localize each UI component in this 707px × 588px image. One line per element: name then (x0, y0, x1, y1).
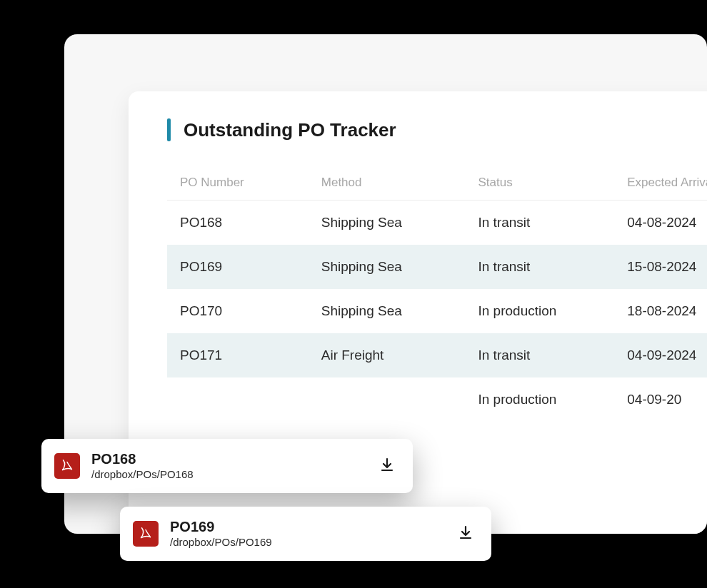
download-icon (457, 524, 474, 544)
col-header-po: PO Number (167, 176, 309, 201)
cell-status: In transit (466, 201, 615, 245)
cell-expected: 04-09-20 (614, 377, 707, 422)
cell-status: In transit (466, 333, 615, 377)
cell-method: Shipping Sea (309, 245, 466, 289)
cell-method (309, 377, 466, 422)
cell-status: In production (466, 289, 615, 333)
cell-po (167, 377, 309, 422)
download-button[interactable] (377, 456, 397, 476)
pdf-icon (133, 521, 159, 547)
file-card[interactable]: PO168 /dropbox/POs/PO168 (41, 439, 413, 493)
table-row[interactable]: PO169 Shipping Sea In transit 15-08-2024 (167, 245, 707, 289)
cell-method: Air Freight (309, 333, 466, 377)
cell-po: PO170 (167, 289, 309, 333)
cell-po: PO168 (167, 201, 309, 245)
po-table: PO Number Method Status Expected Arrival… (167, 176, 707, 422)
cell-expected: 15-08-2024 (614, 245, 707, 289)
file-text: PO168 /dropbox/POs/PO168 (91, 450, 377, 482)
cell-expected: 18-08-2024 (614, 289, 707, 333)
cell-po: PO171 (167, 333, 309, 377)
file-name: PO168 (91, 450, 377, 467)
cell-method: Shipping Sea (309, 289, 466, 333)
file-name: PO169 (170, 518, 456, 535)
file-path: /dropbox/POs/PO169 (170, 535, 456, 549)
col-header-status: Status (466, 176, 615, 201)
file-card[interactable]: PO169 /dropbox/POs/PO169 (120, 507, 491, 561)
file-path: /dropbox/POs/PO168 (91, 467, 377, 482)
file-text: PO169 /dropbox/POs/PO169 (170, 518, 456, 549)
card-title: Outstanding PO Tracker (184, 119, 396, 141)
table-row[interactable]: In production 04-09-20 (167, 377, 707, 422)
cell-status: In transit (466, 245, 615, 289)
table-row[interactable]: PO171 Air Freight In transit 04-09-2024 (167, 333, 707, 377)
download-icon (378, 456, 396, 476)
cell-method: Shipping Sea (309, 201, 466, 245)
table-row[interactable]: PO170 Shipping Sea In production 18-08-2… (167, 289, 707, 333)
cell-expected: 04-09-2024 (614, 333, 707, 377)
col-header-expected: Expected Arrival (614, 176, 707, 201)
pdf-icon (54, 453, 80, 479)
cell-expected: 04-08-2024 (614, 201, 707, 245)
title-accent-bar (167, 118, 171, 141)
col-header-method: Method (309, 176, 466, 201)
table-row[interactable]: PO168 Shipping Sea In transit 04-08-2024 (167, 201, 707, 245)
cell-status: In production (466, 377, 615, 422)
card-header: Outstanding PO Tracker (167, 118, 707, 141)
cell-po: PO169 (167, 245, 309, 289)
download-button[interactable] (456, 524, 476, 544)
